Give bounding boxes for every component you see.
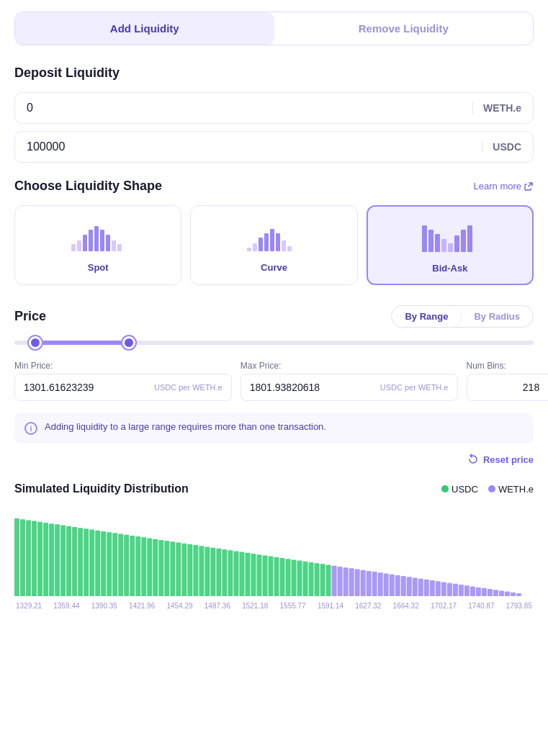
svg-rect-51 [164,541,169,596]
svg-rect-46 [135,536,140,596]
distribution-chart: Bars generated inline below [14,510,534,596]
remove-liquidity-tab[interactable]: Remove Liquidity [274,12,534,45]
reset-icon [467,454,479,465]
weth-input[interactable] [27,102,467,114]
svg-rect-20 [441,239,446,252]
price-inputs: Min Price: USDC per WETH.e Max Price: US… [14,361,534,401]
x-label-0: 1329.21 [16,602,42,610]
svg-rect-18 [428,230,434,252]
num-bins-input[interactable] [476,382,549,393]
svg-rect-19 [435,234,440,252]
svg-rect-48 [147,538,152,596]
slider-thumb-left[interactable] [29,336,42,349]
svg-rect-47 [141,537,146,596]
svg-rect-15 [282,240,286,251]
svg-rect-73 [292,559,297,596]
reset-price-button[interactable]: Reset price [467,454,534,465]
x-label-12: 1740.87 [468,602,494,610]
x-label-4: 1454.29 [166,602,192,610]
curve-label: Curve [261,262,287,273]
svg-rect-1 [77,240,81,251]
svg-rect-108 [493,590,498,596]
x-label-1: 1359.44 [53,602,79,610]
spot-chart-icon [66,219,130,255]
svg-rect-69 [268,557,273,596]
svg-rect-34 [66,526,71,596]
svg-rect-87 [372,572,377,596]
svg-rect-88 [378,572,383,596]
svg-rect-16 [287,246,292,251]
spot-label: Spot [88,262,109,273]
svg-rect-74 [297,561,302,596]
usdc-legend-label: USDC [452,484,478,495]
svg-rect-33 [60,526,66,596]
svg-rect-63 [233,551,238,596]
svg-rect-26 [20,519,25,596]
x-label-9: 1627.32 [355,602,381,610]
svg-rect-71 [280,558,285,596]
usdc-dot [441,485,449,492]
svg-rect-6 [106,235,110,251]
svg-rect-78 [320,564,325,596]
svg-rect-95 [418,579,423,596]
svg-rect-104 [470,586,475,596]
svg-rect-41 [107,532,112,596]
svg-rect-100 [447,583,452,596]
svg-rect-83 [349,568,354,596]
shape-curve[interactable]: Curve [190,205,357,285]
add-liquidity-tab[interactable]: Add Liquidity [15,12,274,45]
svg-rect-43 [118,534,123,596]
svg-rect-56 [193,545,198,596]
shape-bid-ask[interactable]: Bid-Ask [367,205,534,285]
svg-rect-13 [270,229,274,251]
svg-rect-24 [467,225,472,252]
svg-rect-39 [95,531,100,596]
weth-input-row: WETH.e [14,92,534,124]
svg-rect-4 [94,226,99,251]
svg-rect-9 [247,248,251,251]
svg-rect-58 [205,546,210,596]
x-label-5: 1487.36 [205,602,230,610]
svg-rect-44 [124,535,129,596]
svg-rect-60 [216,549,221,596]
max-price-box: USDC per WETH.e [241,374,458,401]
legend-weth: WETH.e [488,484,534,495]
svg-rect-81 [338,567,343,596]
svg-rect-112 [516,593,521,596]
svg-rect-0 [71,244,76,251]
svg-rect-86 [367,571,372,596]
svg-rect-27 [26,520,31,596]
weth-dot [488,485,495,492]
svg-rect-102 [459,585,464,596]
by-radius-btn[interactable]: By Radius [461,306,533,327]
svg-rect-90 [390,575,395,596]
svg-rect-106 [482,588,487,596]
svg-rect-96 [424,580,429,596]
svg-rect-31 [49,523,54,596]
min-price-input[interactable] [24,382,150,393]
svg-rect-22 [454,235,459,252]
svg-rect-101 [453,584,458,596]
slider-thumb-right[interactable] [122,336,135,349]
tab-switch: Add Liquidity Remove Liquidity [14,12,534,45]
min-price-unit: USDC per WETH.e [154,383,223,392]
svg-rect-21 [448,243,453,252]
svg-rect-36 [78,528,83,596]
svg-rect-85 [361,570,366,596]
svg-rect-103 [464,585,470,596]
max-price-input[interactable] [250,382,376,393]
x-label-7: 1555.77 [280,602,306,610]
x-label-13: 1793.85 [506,602,532,610]
slider-track [14,341,534,345]
usdc-input[interactable] [27,140,476,153]
curve-chart-icon [241,219,306,255]
price-slider[interactable] [14,341,534,345]
shape-spot[interactable]: Spot [14,205,181,285]
svg-rect-28 [32,521,37,596]
learn-more-link[interactable]: Learn more [474,181,534,192]
svg-rect-82 [343,567,349,596]
by-range-btn[interactable]: By Range [392,306,461,327]
reset-label: Reset price [483,454,534,465]
svg-rect-5 [100,230,104,251]
svg-rect-111 [511,593,516,596]
